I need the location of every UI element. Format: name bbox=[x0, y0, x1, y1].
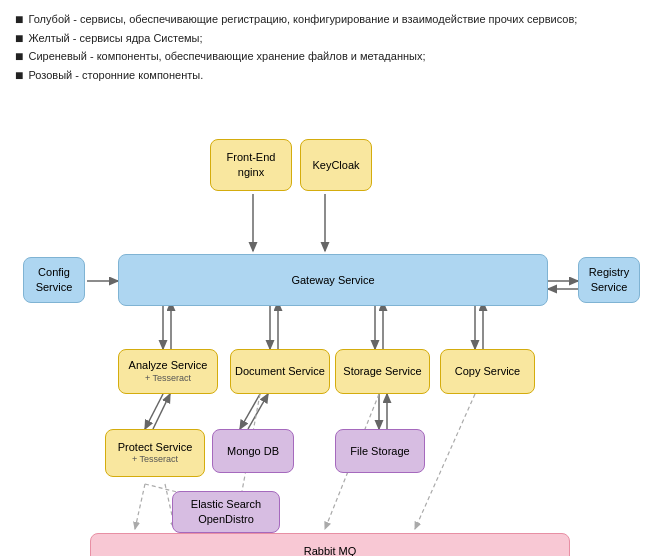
legend-item-4: ■ Розовый - сторонние компоненты. bbox=[15, 66, 635, 85]
frontend-box: Front-End nginx bbox=[210, 139, 292, 191]
svg-line-18 bbox=[153, 394, 170, 429]
legend-item-3: ■ Сиреневый - компоненты, обеспечивающие… bbox=[15, 47, 635, 66]
rabbit-box: Rabbit MQ bbox=[90, 533, 570, 556]
config-box: Config Service bbox=[23, 257, 85, 303]
analyze-box: Analyze Service + Tesseract bbox=[118, 349, 218, 394]
document-box: Document Service bbox=[230, 349, 330, 394]
storage-box: Storage Service bbox=[335, 349, 430, 394]
mongo-box: Mongo DB bbox=[212, 429, 294, 473]
copy-box: Copy Service bbox=[440, 349, 535, 394]
keycloak-box: KeyCloak bbox=[300, 139, 372, 191]
legend: ■ Голубой - сервисы, обеспечивающие реги… bbox=[15, 10, 635, 85]
legend-item-1: ■ Голубой - сервисы, обеспечивающие реги… bbox=[15, 10, 635, 29]
diagram: Front-End nginx KeyCloak Gateway Service… bbox=[15, 99, 635, 529]
filestorage-box: File Storage bbox=[335, 429, 425, 473]
gateway-box: Gateway Service bbox=[118, 254, 548, 306]
legend-item-2: ■ Желтый - сервисы ядра Системы; bbox=[15, 29, 635, 48]
svg-line-19 bbox=[135, 484, 145, 529]
elastic-box: Elastic Search OpenDistro bbox=[172, 491, 280, 533]
svg-line-14 bbox=[248, 394, 268, 429]
svg-line-13 bbox=[240, 394, 260, 429]
registry-box: Registry Service bbox=[578, 257, 640, 303]
svg-line-17 bbox=[145, 394, 163, 429]
protect-box: Protect Service + Tesseract bbox=[105, 429, 205, 477]
